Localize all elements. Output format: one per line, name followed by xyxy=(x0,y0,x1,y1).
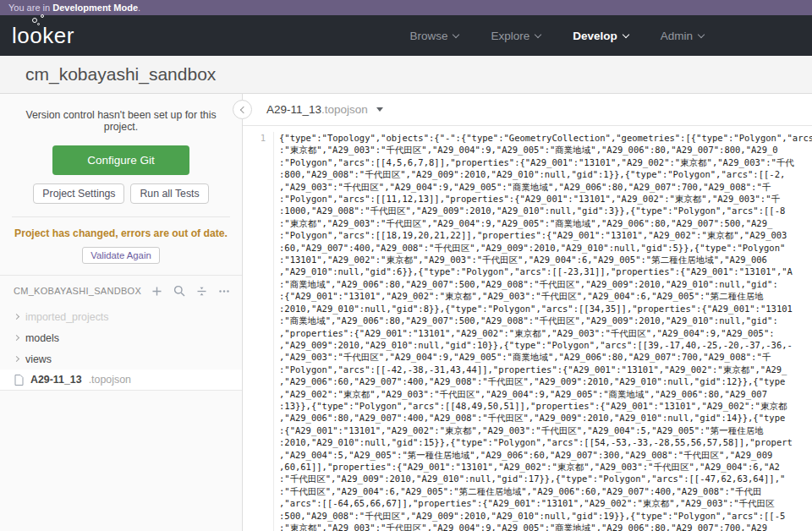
code-line: :"千代田区","A29_004":6,"A29_005":"第二種住居地域",… xyxy=(279,485,812,497)
line-number-gutter: 1 xyxy=(243,132,274,531)
code-line: :"商業地域","A29_006":80,"A29_007":500,"A29_… xyxy=(279,278,812,290)
open-file-name: A29-11_13 xyxy=(266,103,321,116)
code-line: :"千代田区","A29_009":2010,"A29_010":null,"g… xyxy=(279,473,812,484)
logo-bubble-icon xyxy=(37,23,40,25)
app-body: Version control hasn't been set up for t… xyxy=(0,94,812,531)
code-line: ,"arcs":[[-64,65,66,67]],"properties":{"… xyxy=(279,497,812,509)
collapse-all-icon[interactable] xyxy=(196,286,207,297)
add-icon[interactable] xyxy=(151,286,162,297)
code-line: :13}},{"type":"Polygon","arcs":[[48,49,5… xyxy=(279,400,812,412)
chevron-down-icon xyxy=(535,30,541,37)
code-line: ,60,61]],"properties":{"A29_001":"13101"… xyxy=(279,461,812,473)
chevron-down-icon xyxy=(622,30,628,37)
collapse-sidebar-button[interactable] xyxy=(233,100,252,119)
configure-git-button[interactable]: Configure Git xyxy=(52,145,189,175)
dev-mode-suffix: . xyxy=(138,3,140,13)
nav-item-explore[interactable]: Explore xyxy=(491,30,540,42)
code-line: :"Polygon","arcs":[[-42,-38,-31,43,44]],… xyxy=(279,364,812,375)
editor-body: 1 {"type":"Topology","objects":{"-":{"ty… xyxy=(243,126,812,531)
code-line: :2010,"A29_010":null,"gid":15}},{"type":… xyxy=(279,436,812,448)
run-all-tests-button[interactable]: Run all Tests xyxy=(130,183,208,204)
file-icon xyxy=(14,375,24,386)
nav-item-browse[interactable]: Browse xyxy=(409,30,458,42)
project-title-bar: cm_kobayashi_sandbox xyxy=(0,56,812,94)
file-browser-actions xyxy=(151,285,230,297)
nav-item-label: Explore xyxy=(491,30,529,42)
looker-logo-text: looker xyxy=(12,23,74,48)
code-line: :2010,"A29_010":null,"gid":8}},{"type":"… xyxy=(279,303,812,315)
chevron-right-icon xyxy=(14,335,19,341)
code-line: ,"A29_003":"千代田区","A29_004":9,"A29_005":… xyxy=(279,181,812,193)
code-line: ,"A29_003":"千代田区","A29_004":9,"A29_005":… xyxy=(279,351,812,363)
open-file-extension: .topojson xyxy=(321,103,368,116)
project-buttons-row: Project Settings Run all Tests xyxy=(12,183,230,204)
code-line: ,"A29_006":80,"A29_007":400,"A29_008":"千… xyxy=(279,412,812,424)
chevron-right-icon xyxy=(14,356,19,362)
code-line: :"Polygon","arcs":[[18,19,20,21,22]],"pr… xyxy=(279,229,812,241)
chevron-right-icon xyxy=(14,314,19,320)
folder-label: imported_projects xyxy=(25,311,108,323)
more-icon[interactable] xyxy=(218,286,230,297)
chevron-down-icon xyxy=(698,30,705,37)
code-line: ,"A29_002":"東京都","A29_003":"千代田区","A29_0… xyxy=(279,388,812,400)
code-line: :"商業地域","A29_006":80,"A29_007":500,"A29_… xyxy=(279,315,812,326)
editor-header: A29-11_13.topojson xyxy=(243,94,812,126)
code-line: :"Polygon","arcs":[[4,5,6,7,8]],"propert… xyxy=(279,156,812,168)
code-line: ,"A29_006":60,"A29_007":400,"A29_008":"千… xyxy=(279,375,812,387)
file-extension: .topojson xyxy=(89,374,131,386)
code-line: :"Polygon","arcs":[[11,12,13]],"properti… xyxy=(279,193,812,205)
file-tree-file-A29-11_13[interactable]: A29-11_13.topojson xyxy=(0,370,242,391)
project-settings-button[interactable]: Project Settings xyxy=(33,183,124,204)
file-browser-header: CM_KOBAYASHI_SANDBOX xyxy=(0,276,242,306)
looker-logo[interactable]: looker xyxy=(12,23,74,49)
dev-mode-bold: Development Mode xyxy=(52,3,138,13)
caret-down-icon xyxy=(376,107,383,112)
folder-label: models xyxy=(25,332,59,344)
code-line: ,"A29_010":null,"gid":6}},{"type":"Polyg… xyxy=(279,266,812,277)
file-tree-folder-views[interactable]: views xyxy=(0,348,242,370)
nav-item-develop[interactable]: Develop xyxy=(573,30,628,42)
validate-again-button[interactable]: Validate Again xyxy=(82,247,159,264)
version-control-message: Version control hasn't been set up for t… xyxy=(12,109,230,133)
logo-bubble-icon xyxy=(41,14,44,18)
validation-section: Project has changed, errors are out of d… xyxy=(0,217,242,276)
code-editor[interactable]: {"type":"Topology","objects":{"-":{"type… xyxy=(274,132,812,531)
code-line: :800,"A29_008":"千代田区","A29_009":2010,"A2… xyxy=(279,168,812,180)
top-nav: looker BrowseExploreDevelopAdmin xyxy=(0,15,812,56)
nav-item-admin[interactable]: Admin xyxy=(661,30,704,42)
logo-bubble-icon xyxy=(32,18,37,23)
file-tree: imported_projectsmodelsviewsA29-11_13.to… xyxy=(0,306,242,391)
open-file-tab[interactable]: A29-11_13.topojson xyxy=(266,103,383,116)
code-line: :1000,"A29_008":"千代田区","A29_009":2010,"A… xyxy=(279,205,812,216)
file-name: A29-11_13 xyxy=(30,374,82,386)
code-line: :"13101","A29_002":"東京都","A29_003":"千代田区… xyxy=(279,254,812,266)
sidebar: Version control hasn't been set up for t… xyxy=(0,94,243,531)
chevron-down-icon xyxy=(453,30,459,37)
code-line: :"東京都","A29_003":"千代田区","A29_004":9,"A29… xyxy=(279,144,812,156)
editor-pane: A29-11_13.topojson 1 {"type":"Topology",… xyxy=(243,94,812,531)
code-line: :"東京都","A29_003":"千代田区","A29_004":9,"A29… xyxy=(279,217,812,229)
code-line: :"東京都","A29_003":"千代田区","A29_004":9,"A29… xyxy=(279,522,812,531)
nav-item-label: Develop xyxy=(573,30,617,42)
line-number: 1 xyxy=(261,133,266,143)
code-line: :60,"A29_007":400,"A29_008":"千代田区","A29_… xyxy=(279,242,812,254)
dev-mode-banner: You are in Development Mode. xyxy=(0,0,812,15)
code-line: :{"A29_001":"13101","A29_002":"東京都","A29… xyxy=(279,424,812,436)
project-changed-warning: Project has changed, errors are out of d… xyxy=(8,227,233,239)
code-line: ,"properties":{"A29_001":"13101","A29_00… xyxy=(279,327,812,339)
search-icon[interactable] xyxy=(173,285,185,297)
code-line: :{"A29_001":"13101","A29_002":"東京都","A29… xyxy=(279,290,812,302)
file-browser-title: CM_KOBAYASHI_SANDBOX xyxy=(14,286,141,296)
folder-label: views xyxy=(25,353,52,365)
file-tree-folder-models[interactable]: models xyxy=(0,327,242,348)
dev-mode-text: You are in xyxy=(8,3,52,13)
chevron-left-icon xyxy=(239,106,246,112)
code-line: ,"A29_009":2010,"A29_010":null,"gid":10}… xyxy=(279,339,812,351)
nav-menu: BrowseExploreDevelopAdmin xyxy=(409,30,704,42)
page-title: cm_kobayashi_sandbox xyxy=(25,64,216,85)
nav-item-label: Admin xyxy=(661,30,693,42)
code-line: {"type":"Topology","objects":{"-":{"type… xyxy=(279,132,812,144)
file-tree-folder-imported_projects[interactable]: imported_projects xyxy=(0,306,242,327)
code-line: :500,"A29_008":"千代田区","A29_009":2010,"A2… xyxy=(279,510,812,522)
code-line: ,"A29_004":5,"A29_005":"第一種住居地域","A29_00… xyxy=(279,449,812,461)
